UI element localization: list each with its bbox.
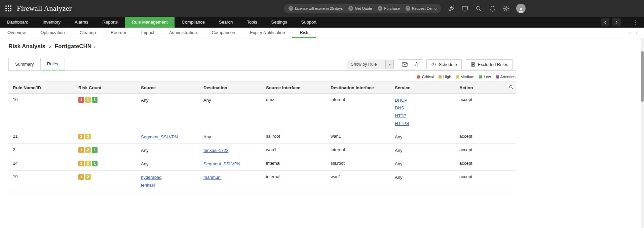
subnav-item-overview[interactable]: Overview bbox=[0, 28, 33, 38]
column-header-destination[interactable]: Destination bbox=[199, 82, 262, 94]
risk-badge[interactable]: 1 bbox=[92, 97, 98, 103]
subnav-chevron-left-icon[interactable]: ‹ bbox=[629, 30, 631, 36]
risk-badge[interactable]: 1 bbox=[78, 161, 84, 166]
dollar-icon: $ bbox=[348, 6, 353, 11]
cell-source: Segment_SSLVPN bbox=[137, 130, 199, 144]
nav-tab-settings[interactable]: Settings bbox=[264, 17, 294, 28]
cell-filler bbox=[492, 94, 516, 130]
column-header-risk-count[interactable]: Risk Count bbox=[74, 82, 137, 94]
risk-badge[interactable]: 2 bbox=[85, 174, 91, 180]
subnav-items: OverviewOptimizationCleanupReorderImpact… bbox=[0, 28, 316, 38]
service-link[interactable]: HTTP bbox=[395, 113, 406, 118]
monitor-icon[interactable] bbox=[461, 5, 468, 12]
service-link[interactable]: DNS bbox=[395, 105, 404, 110]
topbar-pill-purchase[interactable]: Purchase bbox=[378, 6, 400, 11]
risk-badge[interactable]: 1 bbox=[78, 147, 84, 153]
subnav-item-cleanup[interactable]: Cleanup bbox=[72, 28, 103, 38]
source-link[interactable]: tenkasi bbox=[141, 183, 155, 188]
nav-chevron-left-icon[interactable]: ‹ bbox=[601, 18, 609, 26]
risk-badge[interactable]: 2 bbox=[78, 134, 84, 139]
column-header-rule-name-id[interactable]: Rule Name/ID bbox=[8, 82, 74, 94]
bell-icon[interactable] bbox=[489, 5, 496, 12]
subnav-item-administration[interactable]: Administration bbox=[162, 28, 204, 38]
device-dropdown-caret-icon[interactable]: ▾ bbox=[94, 44, 96, 49]
pdf-export-icon[interactable] bbox=[412, 61, 419, 68]
table-header-row: Rule Name/IDRisk CountSourceDestinationS… bbox=[8, 82, 516, 94]
risk-badge[interactable]: 3 bbox=[85, 134, 91, 139]
service-line: Any bbox=[395, 134, 451, 140]
gear-icon[interactable] bbox=[502, 5, 510, 12]
service-line: DNS bbox=[395, 105, 451, 111]
apps-grid-icon[interactable] bbox=[5, 5, 11, 11]
subnav-item-expiry-notification[interactable]: Expiry Notification bbox=[242, 28, 292, 38]
risk-badge[interactable]: 1 bbox=[78, 174, 84, 180]
view-tab-summary[interactable]: Summary bbox=[9, 58, 41, 70]
risk-badge[interactable]: 2 bbox=[85, 147, 91, 153]
source-link[interactable]: Segment_SSLVPN bbox=[141, 134, 178, 139]
show-by-dropdown[interactable]: Show by Rule ▾ bbox=[347, 60, 394, 69]
user-avatar[interactable] bbox=[516, 4, 526, 13]
risk-badge[interactable]: 1 bbox=[92, 147, 98, 153]
risk-badge[interactable]: 1 bbox=[92, 161, 98, 166]
nav-tab-alarms[interactable]: Alarms bbox=[68, 17, 95, 28]
topbar-pill-request-demo[interactable]: Request Demo bbox=[406, 6, 437, 11]
view-tab-rules[interactable]: Rules bbox=[41, 58, 65, 70]
column-header-action[interactable]: Action bbox=[455, 82, 492, 94]
column-header-destination-interface[interactable]: Destination Interface bbox=[326, 82, 390, 94]
cell-risk-count: 121 bbox=[74, 157, 137, 171]
rocket-icon[interactable] bbox=[447, 5, 455, 12]
schedule-button[interactable]: Schedule bbox=[426, 59, 461, 69]
nav-tab-inventory[interactable]: Inventory bbox=[36, 17, 68, 28]
topbar-pill-license-will-expire-in-25-days[interactable]: ?License will expire in 25 days bbox=[289, 6, 343, 11]
page-scrollbar[interactable] bbox=[641, 38, 644, 228]
subnav-chevron-right-icon[interactable]: › bbox=[635, 30, 637, 36]
cell-service: Any bbox=[390, 130, 455, 144]
cell-destination: Any bbox=[199, 130, 262, 144]
email-export-icon[interactable] bbox=[402, 61, 408, 68]
risk-badge[interactable]: 2 bbox=[85, 161, 91, 166]
demo-icon bbox=[406, 6, 410, 11]
destination-link[interactable]: marimuni bbox=[203, 175, 221, 180]
destination-link[interactable]: tenkasi-1723 bbox=[203, 148, 228, 153]
nav-tab-search[interactable]: Search bbox=[212, 17, 240, 28]
nav-tab-tools[interactable]: Tools bbox=[240, 17, 264, 28]
report-toolbar: SummaryRules Show by Rule ▾ Schedule Exc… bbox=[8, 58, 516, 71]
nav-kebab-menu-icon[interactable]: ⋮ bbox=[631, 19, 639, 26]
nav-chevron-right-icon[interactable]: › bbox=[612, 18, 621, 26]
subnav-item-reorder[interactable]: Reorder bbox=[103, 28, 134, 38]
search-icon[interactable] bbox=[475, 5, 482, 12]
cell-destination: marimuni bbox=[199, 171, 262, 192]
breadcrumb-section[interactable]: Risk Analysis bbox=[8, 43, 45, 50]
cell-risk-count: 111 bbox=[74, 94, 137, 130]
service-link[interactable]: HTTPS bbox=[395, 121, 409, 126]
source-line: Segment_SSLVPN bbox=[141, 134, 195, 140]
destination-link[interactable]: Segment_SSLVPN bbox=[203, 161, 240, 166]
column-header-service[interactable]: Service bbox=[390, 82, 455, 94]
nav-tab-compliance[interactable]: Compliance bbox=[175, 17, 212, 28]
risk-badge[interactable]: 1 bbox=[85, 97, 91, 103]
risk-badge[interactable]: 1 bbox=[78, 97, 84, 103]
nav-tab-rule-management[interactable]: Rule Management bbox=[125, 17, 175, 28]
breadcrumb-device[interactable]: FortigateCHN bbox=[55, 43, 92, 50]
nav-tab-support[interactable]: Support bbox=[294, 17, 324, 28]
nav-tab-reports[interactable]: Reports bbox=[96, 17, 125, 28]
cell-source-interface: internal bbox=[262, 171, 326, 192]
show-by-caret-icon[interactable]: ▾ bbox=[385, 60, 393, 69]
cell-action: accept bbox=[455, 171, 492, 192]
destination-line: Any bbox=[203, 97, 257, 103]
legend-swatch bbox=[417, 75, 420, 78]
table-search-icon[interactable] bbox=[508, 85, 514, 90]
subnav-item-comparison[interactable]: Comparison bbox=[204, 28, 242, 38]
nav-tab-dashboard[interactable]: Dashboard bbox=[0, 17, 36, 28]
cell-destination: Segment_SSLVPN bbox=[199, 157, 262, 171]
column-header-source[interactable]: Source bbox=[137, 82, 199, 94]
subnav-item-impact[interactable]: Impact bbox=[134, 28, 162, 38]
source-link[interactable]: hyderabad bbox=[141, 175, 161, 180]
column-header-source-interface[interactable]: Source Interface bbox=[262, 82, 326, 94]
scrollbar-thumb[interactable] bbox=[641, 51, 644, 102]
subnav-item-risk[interactable]: Risk bbox=[292, 28, 315, 38]
service-link[interactable]: DHCP bbox=[395, 98, 407, 103]
topbar-pill-get-quote[interactable]: $Get Quote bbox=[348, 6, 372, 11]
excluded-rules-button[interactable]: Excluded Rules bbox=[466, 59, 513, 69]
subnav-item-optimization[interactable]: Optimization bbox=[33, 28, 72, 38]
